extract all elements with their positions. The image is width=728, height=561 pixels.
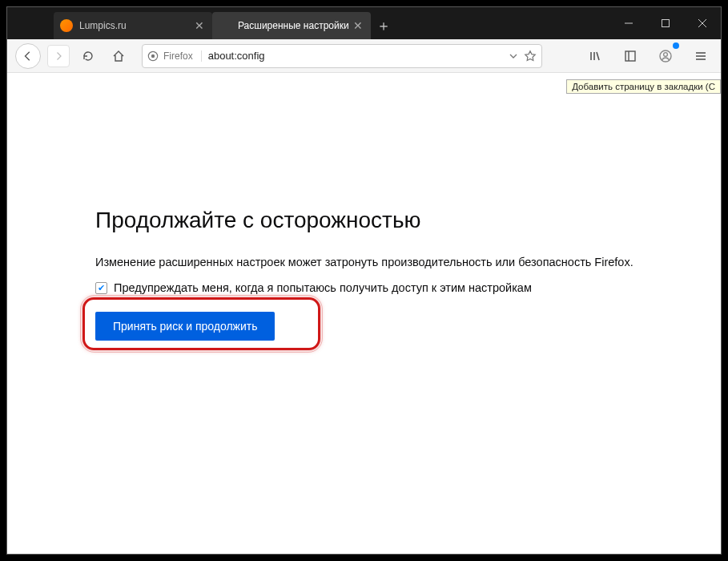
- warn-checkbox-row[interactable]: ✔ Предупреждать меня, когда я попытаюсь …: [95, 281, 689, 294]
- url-dropdown-icon[interactable]: [509, 52, 517, 60]
- url-bar[interactable]: Firefox: [142, 44, 542, 68]
- library-icon[interactable]: [583, 44, 607, 68]
- favicon-icon: [60, 19, 73, 32]
- window-controls: [610, 7, 721, 39]
- toolbar-right: [583, 44, 713, 68]
- tab-inactive[interactable]: Lumpics.ru ✕: [54, 12, 212, 39]
- close-tab-icon[interactable]: ✕: [193, 19, 206, 32]
- bookmark-tooltip: Добавить страницу в закладки (C: [566, 79, 721, 94]
- sidebar-icon[interactable]: [618, 44, 642, 68]
- minimize-button[interactable]: [610, 7, 647, 39]
- about-config-warning: Продолжайте с осторожностью Изменение ра…: [95, 208, 689, 341]
- maximize-button[interactable]: [647, 7, 684, 39]
- favicon-icon: [219, 19, 231, 32]
- url-input[interactable]: [208, 50, 503, 62]
- svg-point-5: [151, 54, 155, 57]
- tab-label: Расширенные настройки: [238, 20, 352, 31]
- svg-point-12: [664, 52, 668, 56]
- content-area: Добавить страницу в закладки (C Продолжа…: [7, 73, 721, 554]
- checkbox-label: Предупреждать меня, когда я попытаюсь по…: [114, 281, 532, 294]
- navigation-toolbar: Firefox: [7, 39, 721, 73]
- browser-name: Firefox: [163, 50, 193, 62]
- firefox-icon: [147, 50, 159, 62]
- tab-strip: Lumpics.ru ✕ Расширенные настройки ✕ ＋: [7, 7, 610, 39]
- svg-line-8: [597, 52, 599, 60]
- titlebar: Lumpics.ru ✕ Расширенные настройки ✕ ＋: [7, 7, 721, 39]
- tab-active[interactable]: Расширенные настройки ✕: [212, 12, 371, 39]
- back-button[interactable]: [15, 43, 41, 69]
- menu-icon[interactable]: [689, 44, 713, 68]
- accept-risk-button[interactable]: Принять риск и продолжить: [95, 312, 275, 341]
- forward-button[interactable]: [47, 45, 70, 67]
- reload-button[interactable]: [76, 44, 100, 68]
- bookmark-star-icon[interactable]: [524, 50, 537, 63]
- svg-rect-9: [625, 51, 635, 61]
- tab-label: Lumpics.ru: [79, 20, 193, 31]
- account-icon[interactable]: [654, 44, 678, 68]
- browser-window: Lumpics.ru ✕ Расширенные настройки ✕ ＋: [6, 6, 722, 555]
- new-tab-button[interactable]: ＋: [371, 12, 396, 39]
- warning-title: Продолжайте с осторожностью: [95, 208, 689, 233]
- identity-box[interactable]: Firefox: [147, 50, 202, 62]
- checkbox-icon[interactable]: ✔: [95, 282, 107, 294]
- close-tab-icon[interactable]: ✕: [352, 19, 364, 32]
- close-window-button[interactable]: [684, 7, 721, 39]
- warning-description: Изменение расширенных настроек может зат…: [95, 256, 689, 268]
- home-button[interactable]: [107, 44, 131, 68]
- svg-rect-1: [662, 20, 670, 27]
